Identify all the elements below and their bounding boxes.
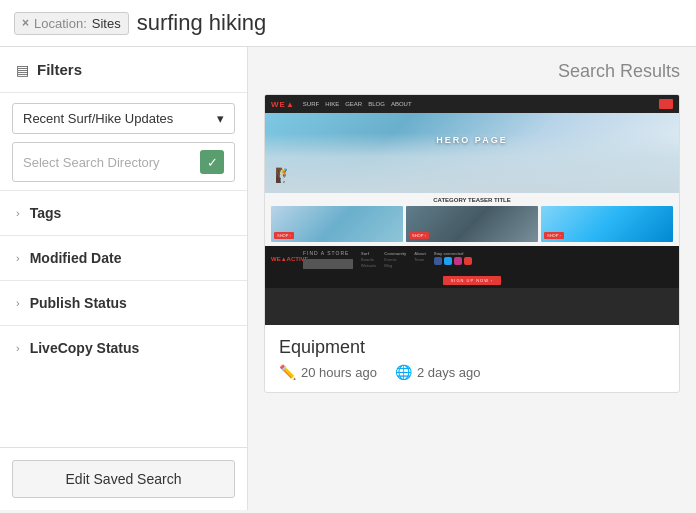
edit-saved-search-section: Edit Saved Search: [0, 447, 247, 510]
sim-cat-item-snow: SHOP ›: [271, 206, 403, 242]
site-screenshot: WE▲ SURF HIKE GEAR BLOG ABOUT HE: [265, 95, 679, 325]
chevron-right-icon: ›: [16, 297, 20, 309]
meta-published: 🌐 2 days ago: [395, 364, 481, 380]
twitter-icon: [444, 257, 452, 265]
instagram-icon: [454, 257, 462, 265]
edit-saved-search-button[interactable]: Edit Saved Search: [12, 460, 235, 498]
sim-cat-badge: SHOP ›: [409, 232, 429, 239]
content-area: Search Results WE▲ SURF HIKE GEAR BLOG A…: [248, 47, 696, 510]
location-tag[interactable]: × Location: Sites: [14, 12, 129, 35]
search-results-label: Search Results: [558, 61, 680, 82]
search-directory-confirm-button[interactable]: ✓: [200, 150, 224, 174]
meta-modified: ✏️ 20 hours ago: [279, 364, 377, 380]
sim-store: WE▲ACTIVE FIND A STORE Surf Boards Wetsu…: [265, 246, 679, 273]
sim-cta-button: SIGN UP NOW ›: [443, 276, 502, 285]
filter-publish-status-label: Publish Status: [30, 295, 127, 311]
facebook-icon: [434, 257, 442, 265]
sim-nav: WE▲ SURF HIKE GEAR BLOG ABOUT: [265, 95, 679, 113]
card-meta: ✏️ 20 hours ago 🌐 2 days ago: [279, 364, 665, 380]
card-preview: WE▲ SURF HIKE GEAR BLOG ABOUT HE: [265, 95, 679, 325]
sim-store-title: FIND A STORE: [303, 250, 353, 256]
filter-tags-label: Tags: [30, 205, 62, 221]
sim-cat-badge: SHOP ›: [274, 232, 294, 239]
sim-category-title: CATEGORY TEASER TITLE: [271, 197, 673, 203]
main-layout: ▤ Filters Recent Surf/Hike Updates ▾ Sel…: [0, 47, 696, 510]
youtube-icon: [464, 257, 472, 265]
sidebar-header: ▤ Filters: [0, 47, 247, 93]
filter-livecopy-status-label: LiveCopy Status: [30, 340, 140, 356]
card-title: Equipment: [279, 337, 665, 358]
sim-hero: HERO PAGE 🧗: [265, 113, 679, 193]
filter-section-tags[interactable]: › Tags: [0, 190, 247, 235]
sim-category-grid: SHOP › SHOP › SHOP ›: [271, 206, 673, 242]
saved-search-dropdown[interactable]: Recent Surf/Hike Updates ▾: [12, 103, 235, 134]
search-directory-row: Select Search Directory ✓: [12, 142, 235, 182]
sim-cta-row: SIGN UP NOW ›: [265, 273, 679, 288]
sidebar: ▤ Filters Recent Surf/Hike Updates ▾ Sel…: [0, 47, 248, 510]
sim-nav-items: SURF HIKE GEAR BLOG ABOUT: [303, 101, 651, 107]
filter-icon: ▤: [16, 62, 29, 78]
sim-logo: WE▲: [271, 100, 295, 109]
sim-category: CATEGORY TEASER TITLE SHOP › SHOP › SHOP…: [265, 193, 679, 246]
sim-nav-search: [659, 99, 673, 109]
pencil-icon: ✏️: [279, 364, 296, 380]
globe-icon: 🌐: [395, 364, 412, 380]
filter-section-publish-status[interactable]: › Publish Status: [0, 280, 247, 325]
sim-store-logo: WE▲ACTIVE: [271, 256, 299, 263]
meta-modified-text: 20 hours ago: [301, 365, 377, 380]
filter-section-livecopy-status[interactable]: › LiveCopy Status: [0, 325, 247, 370]
search-bar: × Location: Sites surfing hiking: [0, 0, 696, 47]
chevron-right-icon: ›: [16, 342, 20, 354]
meta-published-text: 2 days ago: [417, 365, 481, 380]
filters-label: Filters: [37, 61, 82, 78]
sim-cat-item-surf: SHOP ›: [541, 206, 673, 242]
sim-hero-figure: 🧗: [275, 167, 292, 183]
chevron-right-icon: ›: [16, 207, 20, 219]
location-label: Location:: [34, 16, 87, 31]
filter-section-modified-date[interactable]: › Modified Date: [0, 235, 247, 280]
close-icon[interactable]: ×: [22, 16, 29, 30]
chevron-right-icon: ›: [16, 252, 20, 264]
saved-search-label: Recent Surf/Hike Updates: [23, 111, 173, 126]
location-value: Sites: [92, 16, 121, 31]
dropdown-arrow-icon: ▾: [217, 111, 224, 126]
sim-social-icons: [434, 257, 472, 265]
sim-hero-text: HERO PAGE: [436, 135, 507, 145]
search-query: surfing hiking: [137, 10, 267, 36]
result-card[interactable]: WE▲ SURF HIKE GEAR BLOG ABOUT HE: [264, 94, 680, 393]
sim-cat-item-mountain: SHOP ›: [406, 206, 538, 242]
filter-sections: › Tags › Modified Date › Publish Status …: [0, 190, 247, 447]
sim-store-cols: Surf Boards Wetsuits Community Events Bl…: [357, 251, 673, 268]
search-directory-placeholder: Select Search Directory: [23, 155, 160, 170]
content-header: Search Results: [264, 47, 680, 94]
sim-cat-badge: SHOP ›: [544, 232, 564, 239]
card-info: Equipment ✏️ 20 hours ago 🌐 2 days ago: [265, 325, 679, 392]
filter-modified-date-label: Modified Date: [30, 250, 122, 266]
